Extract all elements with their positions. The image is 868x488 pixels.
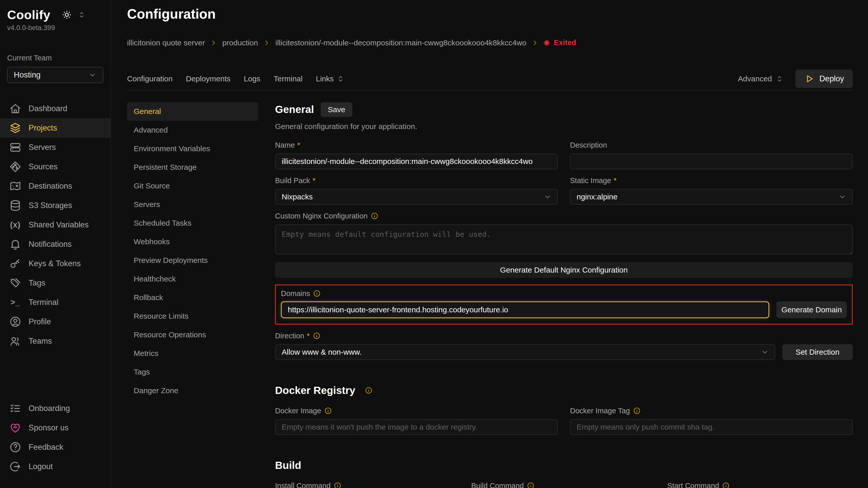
sidebar-item-label: Destinations (29, 182, 72, 191)
static-image-value: nginx:alpine (577, 193, 617, 201)
submenu-item-label: Tags (134, 368, 150, 376)
generate-nginx-button[interactable]: Generate Default Nginx Configuration (275, 262, 853, 278)
description-input[interactable] (570, 154, 853, 169)
submenu-item-resource-operations[interactable]: Resource Operations (127, 326, 258, 344)
direction-select[interactable]: Allow www & non-www. (275, 344, 775, 360)
breadcrumb-item-illicitestonion-module-decomposition-main-cwwg8ckoookooo4k8kkcc4wo[interactable]: illicitestonion/-module--decomposition:m… (263, 38, 526, 47)
sidebar-item-tags[interactable]: Tags (0, 273, 111, 293)
docker-image-input[interactable] (275, 419, 558, 435)
submenu-item-healthcheck[interactable]: Healthcheck (127, 270, 258, 288)
sidebar-item-notifications[interactable]: Notifications (0, 234, 111, 254)
sidebar-item-logout[interactable]: Logout (0, 457, 111, 476)
theme-toggle-sun-icon[interactable] (61, 9, 72, 20)
team-select[interactable]: Hosting (7, 67, 103, 83)
docker-image-tag-input[interactable] (570, 419, 853, 435)
tab-logs[interactable]: Logs (244, 74, 260, 83)
sidebar-item-feedback[interactable]: Feedback (0, 437, 111, 457)
submenu-item-servers[interactable]: Servers (127, 195, 258, 214)
submenu-item-label: Scheduled Tasks (134, 219, 191, 227)
info-icon[interactable] (371, 212, 378, 220)
sidebar-item-projects[interactable]: Projects (0, 118, 111, 138)
sidebar-item-label: S3 Storages (29, 201, 72, 210)
direction-label: Direction (275, 332, 304, 340)
install-command-label: Install Command (275, 482, 331, 488)
submenu-item-advanced[interactable]: Advanced (127, 121, 258, 139)
submenu-item-git-source[interactable]: Git Source (127, 177, 258, 195)
info-icon[interactable] (365, 387, 373, 394)
info-icon[interactable] (334, 482, 341, 488)
sidebar-item-onboarding[interactable]: Onboarding (0, 399, 111, 418)
submenu-item-preview-deployments[interactable]: Preview Deployments (127, 251, 258, 270)
section-title-docker-registry: Docker Registry (275, 385, 355, 396)
sidebar-item-s3-storages[interactable]: S3 Storages (0, 196, 111, 215)
help-icon (9, 441, 22, 453)
tab-label: Configuration (127, 74, 173, 83)
required-asterisk: * (313, 176, 315, 185)
sidebar-item-label: Profile (29, 317, 51, 326)
tab-terminal[interactable]: Terminal (274, 74, 303, 83)
tab-deployments[interactable]: Deployments (186, 74, 230, 83)
sidebar-item-label: Dashboard (29, 104, 67, 113)
chevron-down-icon (838, 193, 846, 201)
info-icon[interactable] (722, 482, 730, 488)
set-direction-button[interactable]: Set Direction (782, 344, 853, 360)
build-pack-select[interactable]: Nixpacks (275, 189, 558, 205)
info-icon[interactable] (527, 482, 534, 488)
required-asterisk: * (297, 141, 300, 150)
deploy-button[interactable]: Deploy (796, 70, 853, 88)
info-icon[interactable] (313, 290, 321, 297)
static-image-select[interactable]: nginx:alpine (570, 189, 853, 205)
breadcrumb-item-illicitonion-quote-server[interactable]: illicitonion quote server (127, 38, 205, 47)
submenu-item-label: Rollback (134, 293, 163, 302)
info-icon[interactable] (324, 407, 332, 415)
submenu-item-webhooks[interactable]: Webhooks (127, 232, 258, 251)
nginx-config-textarea[interactable] (275, 224, 853, 255)
sidebar-item-keys-tokens[interactable]: Keys & Tokens (0, 254, 111, 273)
submenu-item-tags[interactable]: Tags (127, 363, 258, 382)
sidebar-item-terminal[interactable]: >_ Terminal (0, 293, 111, 312)
logout-icon (9, 460, 22, 473)
sidebar-item-sources[interactable]: Sources (0, 157, 111, 176)
submenu-item-danger-zone[interactable]: Danger Zone (127, 382, 258, 400)
submenu-item-environment-variables[interactable]: Environment Variables (127, 139, 258, 158)
breadcrumb-item-production[interactable]: production (210, 38, 258, 47)
nginx-config-label: Custom Nginx Configuration (275, 212, 368, 220)
submenu-item-general[interactable]: General (127, 102, 258, 121)
sidebar-item-destinations[interactable]: Destinations (0, 176, 111, 196)
submenu-item-persistent-storage[interactable]: Persistent Storage (127, 158, 258, 177)
advanced-label: Advanced (738, 74, 772, 83)
build-pack-value: Nixpacks (282, 193, 313, 201)
sidebar-item-servers[interactable]: Servers (0, 138, 111, 157)
chevrons-up-down-icon[interactable] (78, 11, 86, 19)
tags-icon (9, 277, 22, 289)
tab-links[interactable]: Links (316, 74, 344, 83)
submenu-item-rollback[interactable]: Rollback (127, 288, 258, 307)
sidebar-item-profile[interactable]: Profile (0, 312, 111, 331)
sidebar-item-teams[interactable]: Teams (0, 331, 111, 351)
submenu-item-resource-limits[interactable]: Resource Limits (127, 307, 258, 326)
info-icon[interactable] (633, 407, 641, 415)
info-icon[interactable] (313, 332, 320, 339)
app-version: v4.0.0-beta.399 (0, 24, 111, 32)
sidebar-item-shared-variables[interactable]: (x) Shared Variables (0, 215, 111, 234)
save-button[interactable]: Save (321, 102, 352, 117)
submenu-item-metrics[interactable]: Metrics (127, 344, 258, 363)
status-dot-icon (544, 40, 550, 46)
advanced-dropdown[interactable]: Advanced (738, 74, 783, 83)
sidebar-nav-bottom: Onboarding Sponsor us Feedback Logout (0, 399, 111, 476)
sidebar-item-sponsor-us[interactable]: Sponsor us (0, 418, 111, 437)
generate-domain-button[interactable]: Generate Domain (776, 301, 847, 318)
name-input[interactable] (275, 154, 558, 169)
domains-input[interactable] (281, 301, 769, 318)
submenu-item-scheduled-tasks[interactable]: Scheduled Tasks (127, 214, 258, 232)
tab-label: Links (316, 74, 334, 83)
main-content: Configuration illicitonion quote server … (111, 0, 868, 488)
layers-icon (9, 122, 22, 134)
logo-row: Coolify (0, 8, 111, 22)
sidebar-item-dashboard[interactable]: Dashboard (0, 99, 111, 118)
tab-configuration[interactable]: Configuration (127, 74, 173, 83)
sidebar: Coolify v4.0.0-beta.399 Current Team Hos… (0, 0, 111, 488)
sidebar-item-label: Tags (29, 279, 45, 288)
build-pack-label: Build Pack (275, 176, 310, 185)
static-image-label: Static Image (570, 176, 611, 185)
